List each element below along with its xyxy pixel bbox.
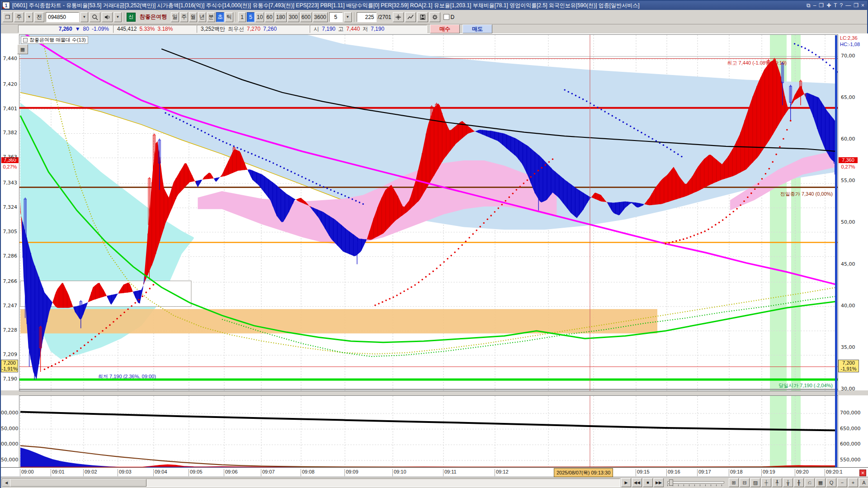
period-button-틱[interactable]: 틱 xyxy=(225,12,233,22)
font-icon[interactable]: T xyxy=(834,2,837,9)
scroll-left-icon[interactable]: ◀ xyxy=(2,479,10,487)
save-button[interactable] xyxy=(417,12,428,22)
chart-style-button[interactable] xyxy=(405,12,416,22)
seconds-button-60[interactable]: 60 xyxy=(265,12,274,22)
indicator-legend[interactable]: 참좋은여행 매물대 수(13) xyxy=(21,36,88,44)
seconds-button-5[interactable]: 5 xyxy=(247,12,255,22)
layout-add-icon[interactable]: ⊞ xyxy=(729,478,739,487)
trend-tool-3-icon[interactable]: ╁ xyxy=(783,478,793,487)
sub-axis-label-left: 00,000 xyxy=(1,410,17,416)
zoom-in-icon[interactable]: + xyxy=(848,478,858,487)
low-price: 7,190 xyxy=(371,26,384,32)
search-button[interactable] xyxy=(90,12,100,22)
layout-split-icon[interactable]: ⊟ xyxy=(740,478,750,487)
period-button-일[interactable]: 일 xyxy=(171,12,179,22)
fast-forward-icon[interactable]: ▶▶ xyxy=(654,478,664,487)
sub-indicator-chart[interactable] xyxy=(19,395,838,468)
cascade-icon[interactable]: ⧉ xyxy=(807,2,811,9)
help-icon[interactable]: ? xyxy=(840,2,843,9)
time-tick-label: 09:20 xyxy=(795,469,809,476)
interval-dropdown-icon[interactable]: ▼ xyxy=(344,12,352,22)
volume-profile-button[interactable]: ▦ xyxy=(17,44,28,54)
axis-close-icon[interactable]: ✕ xyxy=(859,469,866,476)
stock-code-input[interactable]: 094850 xyxy=(46,12,79,22)
titlebar: 1 [0601] 주식종합차트 - 유통비율[53.5] 거래대금[3,252(… xyxy=(1,1,867,10)
legend-label: 참좋은여행 매물대 수(13) xyxy=(29,37,86,43)
stop-icon[interactable]: ■ xyxy=(643,478,653,487)
seconds-button-1[interactable]: 1 xyxy=(238,12,246,22)
volume-ratio: 5.33% xyxy=(139,26,155,32)
chart-grid-icon[interactable]: ▦ xyxy=(816,478,826,487)
price-axis-label: 7,324 xyxy=(1,204,17,210)
prev-stock-button[interactable]: 전 xyxy=(34,12,44,22)
bar-count-input[interactable]: 225 xyxy=(357,12,377,22)
chart-type-dropdown-icon[interactable]: ▼ xyxy=(25,12,33,22)
time-tick-label: 09:08 xyxy=(301,469,315,476)
period-button-년[interactable]: 년 xyxy=(198,12,206,22)
open-price: 7,190 xyxy=(322,26,335,32)
sound-dropdown-icon[interactable]: ▼ xyxy=(114,12,122,22)
trade-amount: 3,252백만 xyxy=(201,25,225,33)
seconds-button-600[interactable]: 600 xyxy=(300,12,312,22)
rewind-icon[interactable]: ◀◀ xyxy=(632,478,642,487)
time-tick-label: 09:20:1 xyxy=(825,469,843,476)
volume: 445,412 xyxy=(117,26,137,32)
bottom-toolbar: ◀ ▶◀◀■▶▶ ⊞⊟▨┼╀╁╂⎌▦Q−+A xyxy=(1,477,868,488)
interval-select[interactable]: 5 xyxy=(329,12,343,22)
seconds-button-10[interactable]: 10 xyxy=(255,12,264,22)
price-axis-label: 7,228 xyxy=(1,327,17,333)
zoom-out-icon[interactable]: − xyxy=(837,478,847,487)
time-tick-label: 09:11 xyxy=(443,469,457,476)
chart-type-select[interactable]: 주 xyxy=(14,12,24,22)
play-icon[interactable]: ▶ xyxy=(621,478,631,487)
period-button-초[interactable]: 초 xyxy=(216,12,224,22)
stock-code-dropdown-icon[interactable]: ▼ xyxy=(80,12,88,22)
window-restore-icon[interactable]: ❐ xyxy=(854,2,859,9)
auto-icon[interactable]: A xyxy=(859,478,868,487)
amount-panel: 3,252백만 최우선 7,270 7,260 xyxy=(197,25,310,33)
d-label: D xyxy=(451,14,455,20)
sub-axis-label-left: 50,000 xyxy=(1,426,17,432)
window-close-icon[interactable]: × xyxy=(861,2,864,9)
buy-button[interactable]: 매수 xyxy=(430,24,460,33)
main-price-chart[interactable] xyxy=(19,34,838,391)
sell-button[interactable]: 매도 xyxy=(462,24,492,33)
seconds-button-180[interactable]: 180 xyxy=(275,12,287,22)
price-axis-label: 7,305 xyxy=(1,229,17,235)
legend-checkbox[interactable] xyxy=(23,38,28,42)
pin-icon[interactable]: ✚ xyxy=(826,2,831,9)
speed-slider[interactable] xyxy=(667,479,724,487)
seconds-button-300[interactable]: 300 xyxy=(288,12,299,22)
save-icon xyxy=(420,14,426,20)
trend-tool-1-icon[interactable]: ┼ xyxy=(761,478,771,487)
zoom-search-icon[interactable]: Q xyxy=(826,478,836,487)
quote-bar: 7,260 ▼ 80 -1.09% 445,412 5.33% 3.18% 3,… xyxy=(1,24,867,33)
period-button-분[interactable]: 분 xyxy=(207,12,215,22)
window-minimize-icon[interactable]: — xyxy=(845,2,851,9)
scrollbar-thumb[interactable] xyxy=(10,479,146,487)
crosshair-button[interactable] xyxy=(393,12,404,22)
window-restore-button[interactable]: ❒ xyxy=(3,12,13,22)
low-marker-left: 7,200-1,91% xyxy=(1,360,18,372)
percent-axis-label: 45,00 xyxy=(841,261,855,267)
time-tick-label: 09:05 xyxy=(189,469,203,476)
period-buttons: 일주월년분초틱 xyxy=(171,12,233,22)
settings-button[interactable] xyxy=(429,12,440,22)
seconds-button-3600[interactable]: 3600 xyxy=(313,12,328,22)
d-checkbox[interactable] xyxy=(443,14,449,20)
minimize-pane-icon[interactable]: – xyxy=(813,2,816,9)
trend-tool-2-icon[interactable]: ╀ xyxy=(772,478,782,487)
erase-all-icon[interactable]: ⎌ xyxy=(805,478,815,487)
trend-tool-4-icon[interactable]: ╂ xyxy=(794,478,804,487)
high-label: 고 xyxy=(338,25,344,33)
chart-toolbar: ❒ 주 ▼ 전 094850 ▼ ▼ 신 참좋은여행 일주월년분초틱 15106… xyxy=(1,10,867,24)
copy-window-icon[interactable]: ❐ xyxy=(819,2,824,9)
window-controls: ⧉–❐✚T?—❐× xyxy=(807,2,867,9)
plot-right-edge-bar[interactable] xyxy=(835,35,837,467)
horizontal-scrollbar[interactable]: ◀ xyxy=(2,479,620,487)
window-number-badge: 1 xyxy=(2,2,10,9)
sound-button[interactable] xyxy=(102,12,113,22)
period-button-월[interactable]: 월 xyxy=(189,12,197,22)
selection-box-icon[interactable]: ▨ xyxy=(750,478,760,487)
period-button-주[interactable]: 주 xyxy=(180,12,188,22)
